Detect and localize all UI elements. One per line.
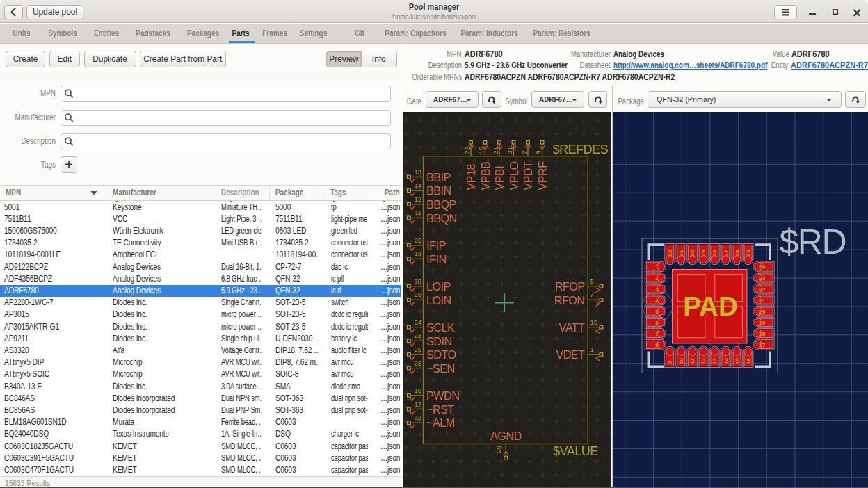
svg-text:26: 26: [734, 250, 741, 256]
svg-text:23: 23: [760, 275, 766, 282]
svg-text:3: 3: [655, 286, 659, 293]
svg-text:19: 19: [760, 320, 766, 326]
svg-text:~SEN: ~SEN: [426, 363, 455, 375]
svg-text:1: 1: [590, 345, 594, 353]
svg-text:9: 9: [667, 361, 673, 364]
svg-text:$RD: $RD: [780, 222, 846, 261]
svg-text:~RST: ~RST: [426, 404, 454, 416]
svg-text:31: 31: [678, 250, 684, 256]
svg-text:2: 2: [520, 150, 528, 154]
svg-text:24: 24: [760, 263, 766, 270]
svg-text:17: 17: [414, 400, 421, 408]
svg-text:4: 4: [655, 298, 659, 304]
svg-text:VPBI: VPBI: [494, 166, 506, 190]
svg-text:25: 25: [746, 250, 752, 256]
svg-text:VPRF: VPRF: [537, 161, 549, 190]
svg-text:25: 25: [414, 345, 421, 353]
svg-text:$VALUE: $VALUE: [553, 444, 598, 458]
svg-text:13: 13: [712, 358, 718, 364]
svg-text:PWDN: PWDN: [426, 390, 459, 402]
svg-text:VPDT: VPDT: [522, 161, 534, 190]
svg-text:8: 8: [655, 342, 659, 348]
svg-text:22: 22: [760, 286, 766, 293]
svg-text:BBIN: BBIN: [426, 185, 451, 197]
svg-text:12: 12: [700, 358, 707, 364]
svg-text:PAD: PAD: [683, 291, 737, 321]
svg-text:5: 5: [590, 277, 594, 285]
svg-text:17: 17: [760, 342, 766, 348]
svg-text:SCLK: SCLK: [426, 322, 455, 334]
svg-text:VDET: VDET: [556, 349, 585, 361]
svg-text:9: 9: [534, 150, 542, 154]
svg-text:13: 13: [414, 168, 421, 176]
svg-text:RFOP: RFOP: [555, 281, 585, 293]
svg-text:20: 20: [414, 236, 421, 244]
svg-text:11: 11: [689, 358, 696, 364]
svg-text:7: 7: [590, 291, 594, 298]
svg-text:23: 23: [414, 332, 421, 339]
svg-text:$REFDES: $REFDES: [553, 143, 609, 156]
svg-text:18: 18: [760, 331, 766, 337]
svg-text:32: 32: [414, 414, 421, 421]
svg-text:29: 29: [700, 250, 707, 256]
svg-text:29: 29: [495, 446, 502, 453]
svg-text:2: 2: [655, 275, 659, 282]
svg-text:LOIP: LOIP: [426, 281, 451, 293]
svg-text:26: 26: [414, 359, 421, 367]
svg-text:~ALM: ~ALM: [426, 417, 455, 429]
svg-text:LOIN: LOIN: [426, 295, 451, 307]
svg-text:10: 10: [678, 358, 684, 364]
svg-text:5: 5: [655, 309, 659, 315]
svg-text:21: 21: [760, 298, 766, 304]
svg-text:14: 14: [414, 181, 421, 189]
svg-text:SDTO: SDTO: [426, 349, 456, 361]
svg-text:AGND: AGND: [490, 430, 522, 442]
svg-text:30: 30: [689, 250, 696, 256]
svg-text:1: 1: [655, 263, 659, 270]
svg-text:BBIP: BBIP: [426, 172, 451, 184]
svg-text:RFON: RFON: [554, 295, 585, 307]
svg-text:7: 7: [655, 331, 659, 337]
svg-text:20: 20: [760, 309, 766, 315]
svg-text:32: 32: [667, 250, 673, 256]
svg-text:24: 24: [414, 318, 421, 326]
svg-text:30: 30: [414, 277, 421, 285]
svg-text:16: 16: [414, 387, 421, 394]
svg-text:28: 28: [712, 250, 718, 256]
svg-text:10: 10: [590, 318, 598, 326]
svg-text:VPLO: VPLO: [508, 161, 520, 190]
svg-text:12: 12: [414, 195, 421, 203]
svg-text:BBQP: BBQP: [426, 199, 456, 211]
svg-text:11: 11: [415, 209, 421, 216]
svg-text:IFIP: IFIP: [426, 240, 446, 252]
svg-text:16: 16: [746, 358, 752, 364]
svg-text:14: 14: [723, 358, 730, 364]
svg-text:VATT: VATT: [559, 322, 586, 334]
svg-text:SDIN: SDIN: [426, 336, 452, 348]
svg-text:18: 18: [414, 250, 421, 257]
svg-text:27: 27: [723, 250, 730, 256]
svg-text:VP18: VP18: [465, 163, 477, 190]
svg-text:15: 15: [734, 358, 741, 364]
svg-text:IFIN: IFIN: [426, 254, 447, 266]
svg-text:VPBB: VPBB: [480, 161, 492, 190]
svg-text:28: 28: [414, 291, 421, 298]
svg-text:BBQN: BBQN: [426, 213, 457, 225]
svg-text:6: 6: [655, 320, 659, 326]
